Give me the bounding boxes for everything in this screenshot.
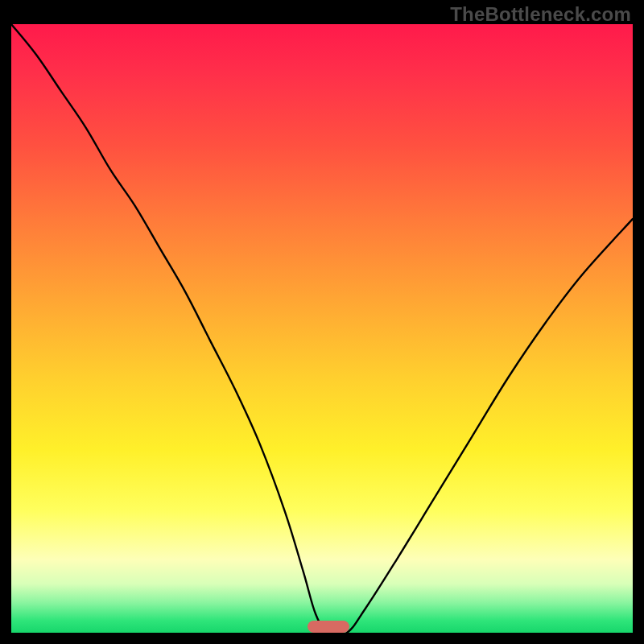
chart-frame: TheBottleneck.com xyxy=(0,0,644,644)
watermark-text: TheBottleneck.com xyxy=(450,3,631,26)
bottleneck-curve xyxy=(11,24,633,633)
optimal-marker xyxy=(308,621,349,633)
plot-area xyxy=(11,24,633,633)
